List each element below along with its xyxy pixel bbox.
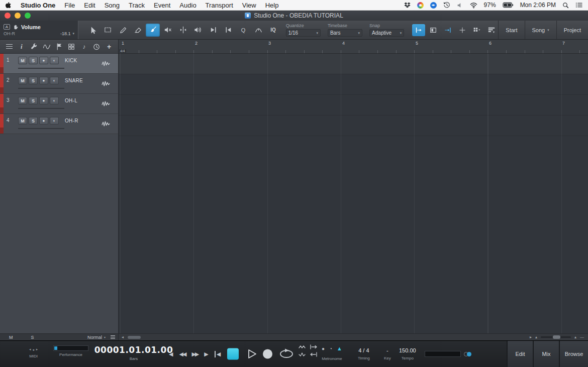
- next-bar-button[interactable]: ▶: [204, 351, 208, 357]
- marker-view-button[interactable]: [427, 24, 440, 36]
- track-name[interactable]: OH-L: [65, 98, 77, 103]
- punch-out-icon[interactable]: [310, 352, 318, 357]
- track-layers-button[interactable]: [485, 24, 498, 36]
- previous-bar-button[interactable]: ◀: [169, 351, 173, 357]
- note-grid-icon[interactable]: ♪: [79, 42, 89, 52]
- mute-button[interactable]: M: [18, 57, 27, 64]
- monitor-button[interactable]: ◐: [50, 117, 59, 125]
- snap-select[interactable]: Adaptive ▾: [369, 29, 404, 37]
- window-titlebar[interactable]: Studio One - OBEDIA TUTORIAL: [0, 11, 588, 21]
- quantize-q-button[interactable]: Q: [236, 24, 250, 37]
- listen-tool-button[interactable]: [191, 24, 205, 37]
- menu-audio[interactable]: Audio: [179, 2, 196, 9]
- menu-event[interactable]: Event: [154, 2, 170, 9]
- autoscroll-button[interactable]: [412, 24, 425, 36]
- bend-marker-tool-button[interactable]: [251, 24, 265, 37]
- monitor-button[interactable]: ◐: [50, 57, 59, 64]
- automation-parameter-panel[interactable]: A Volume OH-R -18.1 ▾: [0, 21, 78, 39]
- range-tool-button[interactable]: [101, 24, 115, 37]
- project-page-button[interactable]: Project: [556, 21, 588, 39]
- mix-panel-button[interactable]: Mix: [533, 341, 559, 367]
- key-value[interactable]: -: [386, 346, 388, 354]
- menu-track[interactable]: Track: [129, 2, 145, 9]
- dropbox-icon[interactable]: [404, 2, 411, 9]
- track-volume-slider[interactable]: [18, 128, 64, 129]
- add-track-grid-icon[interactable]: [66, 42, 76, 52]
- locate-cursor-button[interactable]: [441, 24, 454, 36]
- scroll-right-icon[interactable]: ▸: [530, 335, 532, 339]
- track-volume-slider[interactable]: [18, 68, 64, 69]
- zoom-in-icon[interactable]: ▴: [574, 335, 576, 339]
- menu-song[interactable]: Song: [105, 2, 120, 9]
- automation-curve-icon[interactable]: [42, 42, 52, 52]
- solo-button[interactable]: S: [29, 117, 38, 125]
- menu-help[interactable]: Help: [265, 2, 279, 9]
- key-block[interactable]: - Key: [384, 346, 391, 360]
- record-enable-button[interactable]: ●: [39, 57, 48, 64]
- crosshair-button[interactable]: [456, 24, 469, 36]
- track-name[interactable]: SNARE: [65, 78, 83, 83]
- zoom-slider-thumb[interactable]: [553, 335, 560, 339]
- eraser-tool-button[interactable]: [131, 24, 145, 37]
- tempo-block[interactable]: 150.00 Tempo: [399, 346, 416, 360]
- record-arm-strip[interactable]: [0, 114, 4, 134]
- zoom-slider[interactable]: [541, 336, 571, 338]
- record-arm-strip[interactable]: [0, 74, 4, 93]
- nudge-right-icon-button[interactable]: [206, 24, 220, 37]
- record-enable-button[interactable]: ●: [39, 77, 48, 84]
- track-row-oh-l[interactable]: 3 M S ● ◐ OH-L: [0, 94, 118, 114]
- track-volume-slider[interactable]: [18, 88, 64, 89]
- input-quantize-label[interactable]: IQ: [270, 27, 276, 33]
- quantize-select[interactable]: 1/16 ▾: [286, 29, 321, 37]
- menubar-clock[interactable]: Mon 2:06 PM: [520, 2, 556, 9]
- minimize-window-button[interactable]: [15, 13, 21, 19]
- paint-tool-button[interactable]: [146, 24, 160, 37]
- track-name[interactable]: OH-R: [65, 118, 78, 124]
- apple-menu-icon[interactable]: [5, 2, 12, 9]
- time-display[interactable]: 00001.01.01.00: [94, 345, 173, 355]
- menu-file[interactable]: File: [64, 2, 75, 9]
- notification-list-icon[interactable]: [575, 2, 583, 8]
- menu-view[interactable]: View: [242, 2, 256, 9]
- track-row-kick[interactable]: 1 M S ● ◐ KICK: [0, 54, 118, 74]
- start-page-button[interactable]: Start: [498, 21, 524, 39]
- grid-options-button[interactable]: [470, 24, 483, 36]
- timebase-select[interactable]: Bars ▾: [328, 29, 362, 37]
- scroll-left-icon[interactable]: ◂: [122, 335, 124, 339]
- track-list-menu-icon[interactable]: [4, 42, 14, 52]
- marker-flag-icon[interactable]: [54, 42, 64, 52]
- global-mute-button[interactable]: M: [9, 335, 13, 340]
- metronome-setup-icon[interactable]: ◔: [329, 346, 332, 351]
- metronome-on-icon[interactable]: ▲: [337, 345, 342, 351]
- solo-button[interactable]: S: [29, 77, 38, 84]
- inspector-icon[interactable]: i: [17, 42, 27, 52]
- menu-edit[interactable]: Edit: [84, 2, 95, 9]
- mono-stereo-toggle[interactable]: [464, 352, 471, 356]
- punch-in-icon[interactable]: [310, 344, 318, 349]
- record-arm-strip[interactable]: [0, 94, 4, 113]
- rewind-button[interactable]: ◀◀: [179, 351, 185, 357]
- record-button[interactable]: [263, 349, 272, 359]
- chevron-down-icon[interactable]: ▾: [73, 32, 75, 36]
- tempo-clock-icon[interactable]: [91, 42, 102, 52]
- fast-forward-button[interactable]: ▶▶: [191, 351, 198, 357]
- zoom-out-icon[interactable]: ▴: [535, 335, 537, 339]
- zoom-window-button[interactable]: [25, 13, 31, 19]
- return-to-zero-button[interactable]: ◀: [215, 351, 221, 357]
- spotlight-search-icon[interactable]: [562, 2, 569, 9]
- arrangement-grid[interactable]: [119, 54, 588, 333]
- zoom-preset-icon[interactable]: —: [580, 335, 584, 339]
- color-wheel-icon[interactable]: [417, 2, 424, 9]
- mute-button[interactable]: M: [18, 97, 27, 104]
- volume-icon[interactable]: [457, 2, 463, 9]
- browse-panel-button[interactable]: Browse: [559, 341, 588, 367]
- loop-button[interactable]: [278, 348, 295, 359]
- track-list-empty-area[interactable]: [0, 134, 118, 333]
- record-enable-button[interactable]: ●: [39, 97, 48, 104]
- performance-meter-block[interactable]: Performance: [53, 345, 88, 357]
- click-wave-icon[interactable]: [299, 352, 306, 357]
- menu-transport[interactable]: Transport: [206, 2, 233, 9]
- scrollbar-thumb[interactable]: [128, 336, 141, 339]
- add-track-button[interactable]: +: [104, 42, 114, 52]
- split-tool-button[interactable]: [176, 24, 190, 37]
